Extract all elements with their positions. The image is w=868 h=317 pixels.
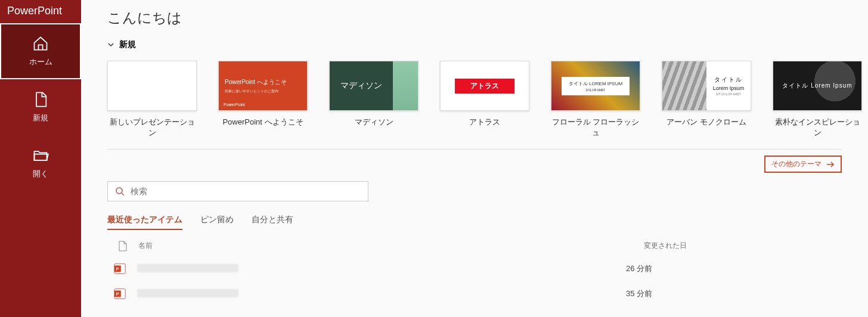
svg-text:P: P bbox=[116, 291, 119, 297]
col-name-header[interactable]: 名前 bbox=[138, 241, 644, 251]
main-content: こんにちは 新規 新しいプレゼンテーション PowerPoint へようこそ 簡… bbox=[81, 0, 868, 317]
template-inspiration-thumb: タイトル Lorem Ipsum bbox=[773, 61, 862, 111]
template-blank-thumb bbox=[107, 61, 197, 111]
tab-shared[interactable]: 自分と共有 bbox=[252, 215, 293, 230]
file-modified: 26 分前 bbox=[626, 263, 652, 274]
template-madison-thumb: マディソン bbox=[329, 61, 418, 111]
template-floral[interactable]: タイトル LOREM IPSUM DOLOR AMET フローラル フローラッシ… bbox=[551, 61, 640, 138]
template-floral-thumb: タイトル LOREM IPSUM DOLOR AMET bbox=[551, 61, 640, 111]
template-monochrome[interactable]: タイトル Lorem Ipsum SIT DOLOR AMET アーバン モノク… bbox=[662, 61, 751, 138]
app-title: PowerPoint bbox=[0, 0, 81, 23]
template-atlas-thumb: アトラス bbox=[440, 61, 529, 111]
search-input[interactable] bbox=[131, 187, 361, 196]
list-row[interactable]: P 35 分前 bbox=[107, 281, 842, 306]
sidebar: PowerPoint ホーム 新規 開く bbox=[0, 0, 81, 317]
template-label: マディソン bbox=[355, 117, 393, 128]
tab-recent[interactable]: 最近使ったアイテム bbox=[107, 215, 182, 230]
more-themes-button[interactable]: その他のテーマ bbox=[764, 156, 842, 173]
template-label: フローラル フローラッシュ bbox=[551, 117, 640, 138]
section-new-header[interactable]: 新規 bbox=[107, 39, 842, 50]
template-welcome-thumb: PowerPoint へようこそ 簡単に使いやすいヒントのご案内 PowerPo… bbox=[218, 61, 308, 111]
powerpoint-file-icon: P bbox=[113, 287, 126, 300]
file-name bbox=[137, 264, 626, 274]
new-file-icon bbox=[32, 91, 49, 108]
template-madison[interactable]: マディソン マディソン bbox=[329, 61, 418, 138]
file-modified: 35 分前 bbox=[626, 288, 652, 299]
template-label: 素朴なインスピレーション bbox=[773, 117, 862, 138]
more-themes-label: その他のテーマ bbox=[771, 159, 822, 169]
file-name bbox=[137, 289, 626, 299]
nav-home-label: ホーム bbox=[29, 57, 52, 67]
svg-point-0 bbox=[116, 188, 122, 194]
greeting-heading: こんにちは bbox=[107, 8, 842, 27]
template-label: アトラス bbox=[469, 117, 500, 128]
document-icon bbox=[118, 241, 128, 251]
section-new-label: 新規 bbox=[119, 39, 136, 50]
template-atlas[interactable]: アトラス アトラス bbox=[440, 61, 529, 138]
template-inspiration[interactable]: タイトル Lorem Ipsum 素朴なインスピレーション bbox=[773, 61, 862, 138]
template-label: PowerPoint へようこそ bbox=[222, 117, 303, 128]
col-modified-header[interactable]: 変更された日 bbox=[644, 241, 687, 251]
list-row[interactable]: P 26 分前 bbox=[107, 256, 842, 281]
template-welcome[interactable]: PowerPoint へようこそ 簡単に使いやすいヒントのご案内 PowerPo… bbox=[218, 61, 308, 138]
chevron-down-icon bbox=[107, 41, 114, 48]
list-header: 名前 変更された日 bbox=[107, 241, 842, 256]
nav-home[interactable]: ホーム bbox=[0, 23, 81, 79]
nav-open[interactable]: 開く bbox=[0, 135, 81, 191]
more-themes-row: その他のテーマ bbox=[107, 150, 842, 181]
template-label: アーバン モノクローム bbox=[666, 117, 746, 128]
nav-new-label: 新規 bbox=[33, 113, 48, 123]
template-blank[interactable]: 新しいプレゼンテーション bbox=[107, 61, 197, 138]
nav-new[interactable]: 新規 bbox=[0, 79, 81, 135]
recent-tabs: 最近使ったアイテム ピン留め 自分と共有 bbox=[107, 215, 842, 230]
arrow-right-icon bbox=[826, 161, 835, 167]
open-folder-icon bbox=[32, 147, 49, 164]
search-icon bbox=[115, 187, 125, 196]
nav-open-label: 開く bbox=[33, 169, 48, 179]
template-monochrome-thumb: タイトル Lorem Ipsum SIT DOLOR AMET bbox=[662, 61, 751, 111]
search-box[interactable] bbox=[107, 181, 368, 201]
home-icon bbox=[32, 35, 49, 52]
powerpoint-file-icon: P bbox=[113, 262, 126, 275]
template-label: 新しいプレゼンテーション bbox=[107, 117, 197, 138]
svg-text:P: P bbox=[116, 266, 119, 272]
tab-pinned[interactable]: ピン留め bbox=[200, 215, 234, 230]
template-gallery: 新しいプレゼンテーション PowerPoint へようこそ 簡単に使いやすいヒン… bbox=[107, 61, 842, 138]
